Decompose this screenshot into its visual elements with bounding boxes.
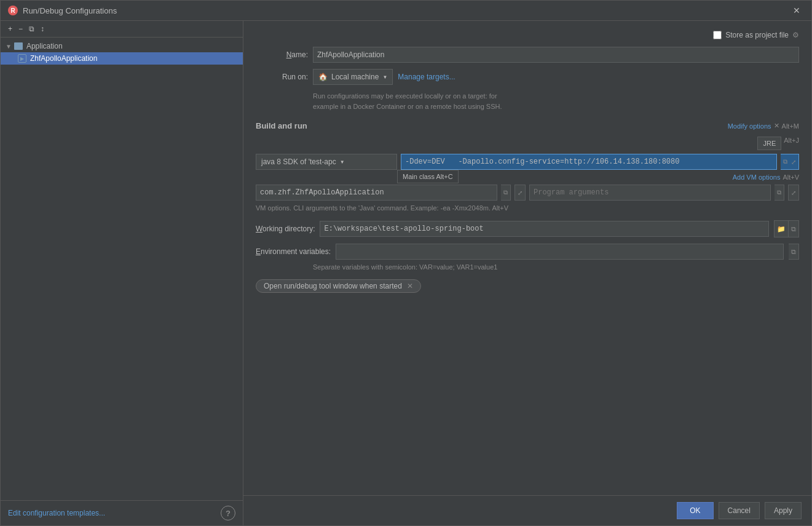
gear-icon[interactable]: ⚙ — [792, 31, 799, 39]
sidebar: + − ⧉ ↕ ▼ Application ▶ ZhfApolloApplica… — [1, 21, 243, 525]
edit-templates-link[interactable]: Edit configuration templates... — [8, 509, 105, 517]
build-run-title: Build and run — [256, 121, 307, 130]
cancel-button[interactable]: Cancel — [719, 502, 760, 519]
run-debug-dialog: R Run/Debug Configurations ✕ + − ⧉ ↕ ▼ A… — [0, 0, 812, 526]
jre-row: JRE Alt+J — [256, 137, 799, 150]
dialog-footer: OK Cancel Apply — [243, 495, 811, 525]
java-sdk-dropdown[interactable]: java 8 SDK of 'test-apc ▼ — [256, 154, 397, 170]
app-icon: R — [8, 6, 18, 15]
working-dir-input[interactable] — [320, 221, 769, 237]
main-class-tooltip: Main class Alt+C — [397, 170, 459, 183]
tree-arrow-icon: ▼ — [6, 43, 12, 50]
vm-hint: VM options. CLI arguments to the 'Java' … — [256, 204, 799, 212]
working-dir-row: Working directory: 📁 ⧉ — [256, 220, 799, 237]
vm-options-actions: ⧉ ⤢ — [781, 154, 799, 170]
vm-options-input[interactable] — [401, 154, 777, 170]
jre-button[interactable]: JRE — [757, 137, 781, 150]
main-class-expand-button[interactable]: ⤢ — [514, 185, 526, 201]
store-row: Store as project file ⚙ — [256, 31, 799, 39]
chip-label: Open run/debug tool window when started — [264, 282, 402, 290]
working-dir-browse-button[interactable]: 📁 — [774, 221, 788, 237]
java-sdk-label: java 8 SDK of 'test-apc — [261, 157, 336, 166]
close-button[interactable]: ✕ — [789, 4, 804, 17]
store-label: Store as project file — [725, 31, 789, 39]
apply-button[interactable]: Apply — [765, 502, 802, 519]
run-config-hint: Run configurations may be executed local… — [313, 91, 799, 111]
build-run-row: java 8 SDK of 'test-apc ▼ ⧉ ⤢ Main class… — [256, 154, 799, 170]
name-input[interactable] — [313, 47, 799, 63]
env-vars-input[interactable] — [336, 244, 784, 260]
env-vars-row: Environment variables: ⧉ — [256, 244, 799, 260]
tree-group-label: Application — [26, 42, 63, 50]
working-dir-actions: 📁 ⧉ — [774, 220, 799, 237]
store-checkbox[interactable] — [713, 31, 722, 39]
home-icon: 🏠 — [318, 73, 328, 81]
vm-copy-button[interactable]: ⧉ — [782, 157, 789, 166]
vm-expand-button[interactable]: ⤢ — [790, 158, 797, 166]
remove-config-button[interactable]: − — [16, 23, 25, 34]
title-bar-left: R Run/Debug Configurations — [8, 6, 117, 15]
add-vm-row: Add VM options Alt+V — [256, 173, 799, 181]
help-button[interactable]: ? — [221, 506, 235, 520]
env-vars-label: Environment variables: — [256, 247, 331, 256]
chip-close-button[interactable]: ✕ — [406, 282, 414, 290]
name-label: Name: — [256, 50, 308, 59]
working-dir-edit-button[interactable]: ⧉ — [788, 221, 798, 237]
local-machine-label: Local machine — [331, 73, 379, 81]
folder-icon — [14, 42, 23, 50]
tree-group-application[interactable]: ▼ Application — [1, 40, 243, 52]
copy-config-button[interactable]: ⧉ — [26, 23, 37, 34]
program-args-expand-button[interactable]: ⤢ — [788, 185, 799, 201]
modify-options-shortcut: Alt+M — [782, 122, 799, 130]
add-vm-link[interactable]: Add VM options — [733, 173, 781, 181]
sidebar-tree: ▼ Application ▶ ZhfApolloApplication — [1, 38, 243, 500]
java-dropdown-arrow: ▼ — [340, 159, 345, 165]
env-hint: Separate variables with semicolon: VAR=v… — [313, 263, 799, 271]
working-dir-label: Working directory: — [256, 225, 315, 233]
ok-button[interactable]: OK — [677, 502, 713, 519]
run-on-label: Run on: — [256, 73, 308, 81]
build-run-section-header: Build and run Modify options ✕ Alt+M — [256, 121, 799, 130]
sort-config-button[interactable]: ↕ — [38, 23, 47, 34]
title-bar: R Run/Debug Configurations ✕ — [1, 1, 811, 21]
jre-shortcut: Alt+J — [784, 137, 799, 150]
tree-item-label: ZhfApolloApplication — [30, 54, 97, 63]
name-row: Name: — [256, 47, 799, 63]
sidebar-toolbar: + − ⧉ ↕ — [1, 21, 243, 38]
env-vars-edit-button[interactable]: ⧉ — [789, 244, 799, 260]
app-class-icon: ▶ — [18, 54, 26, 63]
main-class-input[interactable] — [256, 185, 497, 201]
sidebar-footer: Edit configuration templates... ? — [1, 500, 243, 525]
modify-options-x: ✕ — [774, 122, 779, 130]
main-class-row: ⧉ ⤢ ⧉ ⤢ — [256, 185, 799, 201]
chip-row: Open run/debug tool window when started … — [256, 279, 799, 293]
config-area: Store as project file ⚙ Name: Run on: 🏠 … — [243, 21, 811, 495]
open-debug-chip: Open run/debug tool window when started … — [256, 279, 421, 293]
manage-targets-link[interactable]: Manage targets... — [398, 73, 455, 81]
run-on-row: Run on: 🏠 Local machine ▼ Manage targets… — [256, 69, 799, 85]
modify-options-area: Modify options ✕ Alt+M — [728, 122, 799, 130]
add-config-button[interactable]: + — [6, 23, 15, 34]
program-args-input[interactable] — [529, 185, 771, 201]
main-content: + − ⧉ ↕ ▼ Application ▶ ZhfApolloApplica… — [1, 21, 811, 525]
program-args-browse-button[interactable]: ⧉ — [775, 185, 784, 201]
add-vm-shortcut: Alt+V — [782, 173, 799, 181]
run-on-dropdown[interactable]: 🏠 Local machine ▼ — [313, 69, 393, 85]
tree-item-zhf[interactable]: ▶ ZhfApolloApplication — [1, 52, 243, 65]
main-class-browse-button[interactable]: ⧉ — [501, 185, 511, 201]
modify-options-link[interactable]: Modify options — [728, 122, 771, 130]
dialog-title: Run/Debug Configurations — [23, 6, 117, 15]
dropdown-arrow-icon: ▼ — [382, 74, 387, 80]
right-panel: Store as project file ⚙ Name: Run on: 🏠 … — [243, 21, 811, 525]
